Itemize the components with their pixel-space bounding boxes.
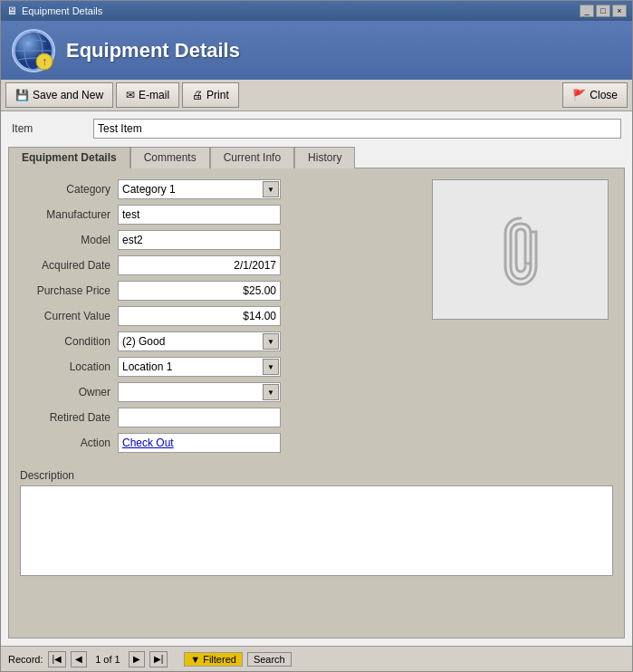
record-info: 1 of 1 (95, 654, 120, 665)
retired-date-input[interactable] (118, 408, 281, 427)
category-select-wrapper: Category 1 Category 2 ▼ (118, 179, 281, 199)
form-row-action: Action Check Out (20, 433, 421, 453)
owner-label: Owner (20, 386, 110, 398)
print-label: Print (206, 89, 229, 101)
current-value-label: Current Value (20, 310, 110, 322)
save-new-button[interactable]: 💾 Save and New (5, 82, 113, 108)
form-row-condition: Condition (1) Excellent (2) Good (3) Fai… (20, 331, 421, 351)
location-select[interactable]: Location 1 Location 2 (118, 357, 281, 377)
email-icon: ✉ (126, 89, 135, 101)
description-section: Description (20, 469, 613, 579)
close-label: Close (590, 89, 618, 101)
purchase-price-label: Purchase Price (20, 284, 110, 297)
title-bar-text: Equipment Details (22, 5, 102, 16)
close-flag-icon: 🚩 (572, 89, 586, 101)
filtered-badge[interactable]: ▼ Filtered (184, 652, 243, 667)
condition-label: Condition (20, 335, 110, 348)
form-row-model: Model (20, 230, 421, 250)
form-row-manufacturer: Manufacturer (20, 205, 421, 225)
model-input[interactable] (118, 230, 281, 250)
tab-container: Equipment Details Comments Current Info … (1, 146, 632, 646)
owner-select-wrapper: ▼ (118, 382, 281, 402)
description-textarea[interactable] (20, 485, 613, 576)
form-left: Category Category 1 Category 2 ▼ Manufac… (20, 179, 421, 458)
form-right (432, 179, 613, 458)
item-label: Item (12, 122, 84, 135)
search-button[interactable]: Search (247, 652, 292, 667)
title-bar: 🖥 Equipment Details _ □ × (1, 1, 632, 21)
model-label: Model (20, 234, 110, 246)
prev-record-button[interactable]: ◀ (71, 651, 87, 667)
first-record-button[interactable]: |◀ (48, 651, 67, 667)
tab-comments[interactable]: Comments (130, 147, 210, 168)
save-new-label: Save and New (33, 89, 103, 101)
item-row: Item (1, 111, 632, 146)
attachment-box[interactable] (432, 179, 609, 320)
title-bar-left: 🖥 Equipment Details (6, 5, 102, 17)
form-row-owner: Owner ▼ (20, 382, 421, 402)
manufacturer-label: Manufacturer (20, 208, 110, 221)
item-input[interactable] (93, 119, 621, 139)
app-icon: ↑ (12, 29, 55, 72)
status-bar: Record: |◀ ◀ 1 of 1 ▶ ▶| ▼ Filtered Sear… (1, 646, 632, 671)
restore-button[interactable]: □ (596, 5, 610, 17)
manufacturer-input[interactable] (118, 205, 281, 225)
form-row-current-value: Current Value (20, 306, 421, 326)
action-label: Action (20, 437, 110, 449)
paperclip-icon (498, 214, 543, 286)
category-label: Category (20, 183, 110, 196)
description-label: Description (20, 469, 613, 482)
search-label: Search (254, 654, 285, 665)
form-row-location: Location Location 1 Location 2 ▼ (20, 357, 421, 377)
save-icon: 💾 (15, 89, 29, 101)
retired-date-label: Retired Date (20, 411, 110, 424)
form-row-purchase-price: Purchase Price (20, 281, 421, 301)
acquired-date-input[interactable] (118, 255, 281, 275)
condition-select[interactable]: (1) Excellent (2) Good (3) Fair (4) Poor (118, 331, 281, 351)
tab-current-info[interactable]: Current Info (210, 147, 294, 168)
app-title: Equipment Details (66, 39, 240, 62)
location-label: Location (20, 360, 110, 373)
form-area: Category Category 1 Category 2 ▼ Manufac… (20, 179, 613, 458)
title-bar-controls: _ □ × (580, 5, 627, 17)
minimize-button[interactable]: _ (580, 5, 594, 17)
tab-content: Category Category 1 Category 2 ▼ Manufac… (8, 168, 625, 638)
next-record-button[interactable]: ▶ (129, 651, 145, 667)
filtered-label: Filtered (203, 654, 236, 665)
print-icon: 🖨 (192, 89, 203, 101)
owner-select[interactable] (118, 382, 281, 402)
main-window: 🖥 Equipment Details _ □ × (0, 0, 633, 672)
toolbar: 💾 Save and New ✉ E-mail 🖨 Print 🚩 Close (1, 80, 632, 111)
close-button[interactable]: 🚩 Close (562, 82, 628, 108)
tab-equipment-details[interactable]: Equipment Details (8, 147, 130, 168)
email-button[interactable]: ✉ E-mail (116, 82, 179, 108)
purchase-price-input[interactable] (118, 281, 281, 301)
condition-select-wrapper: (1) Excellent (2) Good (3) Fair (4) Poor… (118, 331, 281, 351)
title-bar-icon: 🖥 (6, 5, 17, 17)
email-label: E-mail (139, 89, 169, 101)
tab-bar: Equipment Details Comments Current Info … (8, 146, 625, 168)
filter-icon: ▼ (190, 654, 200, 665)
tab-history[interactable]: History (294, 147, 355, 168)
form-row-category: Category Category 1 Category 2 ▼ (20, 179, 421, 199)
form-row-acquired-date: Acquired Date (20, 255, 421, 275)
close-window-button[interactable]: × (612, 5, 627, 17)
category-select[interactable]: Category 1 Category 2 (118, 179, 281, 199)
record-label: Record: (8, 654, 43, 665)
check-out-link[interactable]: Check Out (122, 437, 174, 449)
acquired-date-label: Acquired Date (20, 259, 110, 272)
app-header: ↑ Equipment Details (1, 21, 632, 80)
location-select-wrapper: Location 1 Location 2 ▼ (118, 357, 281, 377)
print-button[interactable]: 🖨 Print (182, 82, 239, 108)
form-row-retired-date: Retired Date (20, 408, 421, 427)
last-record-button[interactable]: ▶| (149, 651, 168, 667)
svg-text:↑: ↑ (42, 55, 47, 68)
current-value-input[interactable] (118, 306, 281, 326)
